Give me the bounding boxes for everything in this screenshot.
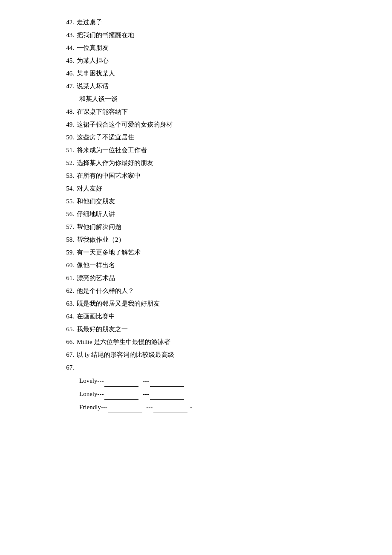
item-text: 像他一样出名: [77, 260, 341, 270]
lovely-separator: ---: [143, 377, 149, 384]
item-text: 在所有的中国艺术家中: [77, 171, 341, 181]
item-number: 45.: [60, 55, 77, 66]
list-item: 61. 漂亮的艺术品: [60, 273, 341, 283]
item-text: 一位真朋友: [77, 43, 341, 53]
item-number: 56.: [60, 209, 77, 219]
item-text: 把我们的书撞翻在地: [77, 30, 341, 40]
item-text: 在画画比赛中: [77, 311, 341, 321]
lovely-fill-1: [104, 386, 138, 387]
sub-item: 和某人谈一谈: [79, 94, 341, 104]
list-item: 65. 我最好的朋友之一: [60, 324, 341, 334]
lonely-label: Lonely---: [79, 390, 104, 397]
sub-item-text: 和某人谈一谈: [79, 95, 118, 102]
item-number: 55.: [60, 196, 77, 206]
item-text: 这些房子不适宜居住: [77, 132, 341, 142]
friendly-separator: ---: [146, 404, 153, 410]
list-item: 62. 他是个什么样的人？: [60, 286, 341, 296]
lonely-row: Lonely--- ---: [79, 388, 341, 400]
list-item: 60. 像他一样出名: [60, 260, 341, 270]
item-number: 46.: [60, 68, 77, 78]
list-item: 51. 将来成为一位社会工作者: [60, 145, 341, 155]
item-number: 67.: [60, 350, 77, 360]
item-text: 他是个什么样的人？: [77, 286, 341, 296]
lovely-fill-2: [150, 386, 184, 387]
item-number: 63.: [60, 298, 77, 309]
item-number: 66.: [60, 337, 77, 347]
item-text: 既是我的邻居又是我的好朋友: [77, 298, 341, 309]
item-text: 为某人担心: [77, 55, 341, 66]
item-text: 帮我做作业（2）: [77, 234, 341, 245]
item-number: 58.: [60, 234, 77, 245]
friendly-label: Friendly---: [79, 404, 107, 410]
item-number: 64.: [60, 311, 77, 321]
list-item: 63. 既是我的邻居又是我的好朋友: [60, 298, 341, 309]
list-item: 53. 在所有的中国艺术家中: [60, 171, 341, 181]
item-text: 在课桌下能容纳下: [77, 107, 341, 117]
list-item: 42. 走过桌子: [60, 17, 341, 27]
item-text: 某事困扰某人: [77, 68, 341, 78]
item-number: 65.: [60, 324, 77, 334]
item-number: 43.: [60, 30, 77, 40]
item-number: 61.: [60, 273, 77, 283]
item-text: 以 ly 结尾的形容词的比较级最高级: [77, 350, 341, 360]
list-item: 58. 帮我做作业（2）: [60, 234, 341, 245]
list-item: 67. 以 ly 结尾的形容词的比较级最高级: [60, 350, 341, 360]
list-item: 64. 在画画比赛中: [60, 311, 341, 321]
item-text: 帮他们解决问题: [77, 222, 341, 232]
list-item-67: 67.: [60, 362, 341, 373]
item-number: 49.: [60, 119, 77, 130]
list-item: 55. 和他们交朋友: [60, 196, 341, 206]
item-text: Millie 是六位学生中最慢的游泳者: [77, 337, 341, 347]
item-number: 54.: [60, 183, 77, 194]
friendly-fill-1: [108, 413, 142, 413]
friendly-fill-2: [153, 413, 187, 413]
lovely-line: Lovely--- --- Lonely--- --- Friendly--- …: [79, 375, 341, 413]
list-item: 54. 对人友好: [60, 183, 341, 194]
lovely-row: Lovely--- ---: [79, 375, 341, 387]
lovely-label: Lovely---: [79, 377, 104, 384]
item-text: 和他们交朋友: [77, 196, 341, 206]
item-text: 对人友好: [77, 183, 341, 194]
item-number: 53.: [60, 171, 77, 181]
item-number: 52.: [60, 158, 77, 168]
lonely-separator: ---: [143, 390, 149, 397]
main-content: 42. 走过桌子 43. 把我们的书撞翻在地 44. 一位真朋友 45. 为某人…: [0, 0, 392, 441]
list-item: 49. 这裙子很合这个可爱的女孩的身材: [60, 119, 341, 130]
list-item: 48. 在课桌下能容纳下: [60, 107, 341, 117]
item-text: 有一天更多地了解艺术: [77, 247, 341, 257]
item-text: 我最好的朋友之一: [77, 324, 341, 334]
item-text: 说某人坏话: [77, 81, 341, 91]
list-item: 46. 某事困扰某人: [60, 68, 341, 78]
item-text: 仔细地听人讲: [77, 209, 341, 219]
item-text: 走过桌子: [77, 17, 341, 27]
list-item: 52. 选择某人作为你最好的朋友: [60, 158, 341, 168]
list-item: 44. 一位真朋友: [60, 43, 341, 53]
list-item: 56. 仔细地听人讲: [60, 209, 341, 219]
list-item: 50. 这些房子不适宜居住: [60, 132, 341, 142]
item-number: 42.: [60, 17, 77, 27]
item-number: 62.: [60, 286, 77, 296]
item-number: 67.: [60, 362, 77, 373]
item-number: 47.: [60, 81, 77, 91]
list-item: 66. Millie 是六位学生中最慢的游泳者: [60, 337, 341, 347]
list-item: 45. 为某人担心: [60, 55, 341, 66]
lonely-fill-2: [150, 399, 184, 400]
item-text: 这裙子很合这个可爱的女孩的身材: [77, 119, 341, 130]
item-number: 48.: [60, 107, 77, 117]
list-item: 47. 说某人坏话: [60, 81, 341, 91]
item-text: [77, 362, 341, 373]
item-number: 51.: [60, 145, 77, 155]
list-item: 57. 帮他们解决问题: [60, 222, 341, 232]
list-item: 59. 有一天更多地了解艺术: [60, 247, 341, 257]
list-item: 43. 把我们的书撞翻在地: [60, 30, 341, 40]
item-text: 选择某人作为你最好的朋友: [77, 158, 341, 168]
item-number: 59.: [60, 247, 77, 257]
friendly-dash: -: [190, 404, 192, 410]
item-number: 44.: [60, 43, 77, 53]
lonely-fill-1: [104, 399, 138, 400]
item-number: 60.: [60, 260, 77, 270]
friendly-row: Friendly--- --- -: [79, 402, 341, 413]
item-number: 57.: [60, 222, 77, 232]
item-text: 漂亮的艺术品: [77, 273, 341, 283]
item-number: 50.: [60, 132, 77, 142]
